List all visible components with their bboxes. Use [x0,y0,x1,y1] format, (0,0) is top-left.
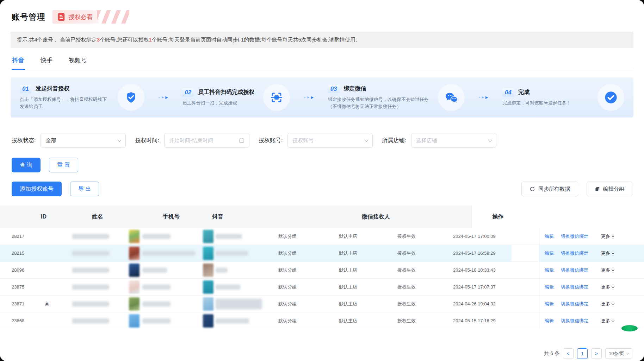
col-header-id: ID [41,205,47,228]
step-3-title: 绑定微信 [344,85,366,93]
col-header-douyin: 抖音 [212,205,223,228]
redacted-douyin-nickname [216,251,248,256]
floating-widget[interactable] [621,325,638,331]
circle-check-icon [597,84,624,111]
document-icon [57,13,65,21]
step-arrow-icon: ▶▶▶ [159,96,168,99]
switch-wechat-binding-link[interactable]: 切换微信绑定 [561,262,588,279]
chevron-down-icon [626,352,629,354]
edit-link[interactable]: 编辑 [545,296,554,312]
badge-label: 授权必看 [69,13,93,21]
next-page-button[interactable]: > [591,348,602,359]
switch-wechat-binding-link[interactable]: 切换微信绑定 [561,312,588,329]
page-number-1[interactable]: 1 [577,348,588,359]
filter-account-placeholder: 授权账号 [292,137,314,144]
filter-time-range-input[interactable]: 开始时间-结束时间 [164,133,249,148]
tip-bound-count: 3 [97,37,100,43]
more-dropdown[interactable]: 更多 [601,279,614,296]
tab-douyin[interactable]: 抖音 [12,53,25,70]
reset-button[interactable]: 重 置 [49,158,78,172]
page-header: 账号管理 授权必看 [0,0,644,25]
redacted-douyin-nickname [216,318,249,323]
more-dropdown[interactable]: 更多 [601,296,614,312]
prev-page-button[interactable]: < [563,348,574,359]
redacted-name [72,268,109,273]
query-button[interactable]: 查 询 [12,158,41,172]
avatar [129,247,140,260]
more-dropdown[interactable]: 更多 [601,262,614,279]
row-id: 23871 [12,296,24,312]
page-size-select[interactable]: 10条/页 [605,348,632,359]
refresh-icon [530,186,535,192]
step-1-description: 点击「添加授权账号」，将抖音授权码线下发送给员工 [20,96,111,110]
quota-tip-bar: 提示:共4个账号， 当前已授权绑定3个账号,您还可以授权1个账号;每天登录当前页… [11,32,633,48]
avatar [203,314,213,328]
col-header-actions: 操作 [492,205,503,228]
filter-status-select[interactable]: 全部 [41,133,126,148]
avatar [203,230,213,243]
shop-cell: 默认主店 [339,245,357,262]
add-authorized-account-button[interactable]: 添加授权账号 [12,182,62,196]
avatar [129,280,140,294]
edit-link[interactable]: 编辑 [545,279,554,296]
table-row: 28217 默认分组 默认主店 授权生效 2024-05-17 17:00:09… [0,228,644,245]
switch-wechat-binding-link[interactable]: 切换微信绑定 [561,296,588,312]
avatar [203,264,213,277]
tab-shipinhao[interactable]: 视频号 [68,53,87,70]
chevron-down-icon [612,251,614,254]
status-cell: 授权生效 [397,296,416,312]
step-3-description: 绑定接收任务通知的微信号，以确保不会错过任务（不绑微信号将无法正常接收任务） [328,96,431,110]
edit-group-button[interactable]: 编辑分组 [587,182,632,196]
switch-wechat-binding-link[interactable]: 切换微信绑定 [561,228,588,245]
row-id: 28215 [12,245,24,262]
step-1-title: 发起抖音授权 [36,85,69,93]
edit-link[interactable]: 编辑 [545,312,554,329]
switch-wechat-binding-link[interactable]: 切换微信绑定 [561,279,588,296]
filter-shop-select[interactable]: 选择店铺 [411,133,496,148]
edit-link[interactable]: 编辑 [545,228,554,245]
row-id: 28217 [12,228,24,245]
badge-stripes-decoration [97,10,129,24]
platform-tabs: 抖音 快手 视频号 [11,53,633,70]
scan-icon [263,84,290,111]
col-header-wechat-receiver: 微信接收人 [362,205,390,228]
edit-link[interactable]: 编辑 [545,245,554,262]
avatar [203,280,213,294]
redacted-phone [142,251,195,256]
sync-all-data-button[interactable]: 同步所有数据 [521,182,578,196]
step-3-number: 03 [328,85,340,93]
more-dropdown[interactable]: 更多 [601,245,614,262]
shop-cell: 默认主店 [339,279,357,296]
chevron-down-icon [612,268,614,271]
chevron-down-icon [365,138,369,142]
step-4-description: 完成绑定，可对该账号发起任务！ [502,100,590,107]
accounts-table: ID 姓名 手机号 抖音 微信接收人 操作 28217 默认分组 默认主店 授权… [0,205,644,329]
switch-wechat-binding-link[interactable]: 切换微信绑定 [561,245,588,262]
authorization-steps-banner: 01 发起抖音授权 点击「添加授权账号」，将抖音授权码线下发送给员工 ▶▶▶ 0… [11,77,633,118]
status-cell: 授权生效 [397,228,416,245]
edit-link[interactable]: 编辑 [545,262,554,279]
redacted-phone [142,234,171,239]
step-2: 02 员工抖音扫码完成授权 员工抖音扫一扫，完成授权 [182,84,290,111]
chevron-down-icon [118,138,122,142]
account-management-page: 账号管理 授权必看 提示:共4个账号， 当前已授权绑定3个账号,您还可以授权1个… [0,0,644,361]
col-header-phone: 手机号 [163,205,180,228]
group-cell: 默认分组 [278,262,297,279]
step-4-number: 04 [502,88,514,97]
authorization-notice-badge[interactable]: 授权必看 [52,10,99,24]
redacted-douyin-nickname [216,268,228,273]
group-cell: 默认分组 [278,245,297,262]
table-row: 28215 默认分组 默认主店 授权生效 2024-05-17 16:59:29… [0,245,644,262]
avatar [129,264,140,277]
step-3: 03 绑定微信 绑定接收任务通知的微信号，以确保不会错过任务（不绑微信号将无法正… [328,84,465,111]
step-4-title: 完成 [518,89,530,96]
status-cell: 授权生效 [397,262,416,279]
copy-icon [595,186,600,192]
step-arrow-icon: ▶▶▶ [304,96,314,99]
more-dropdown[interactable]: 更多 [601,312,614,329]
more-dropdown[interactable]: 更多 [601,228,614,245]
filter-status-value: 全部 [45,137,56,144]
tab-kuaishou[interactable]: 快手 [40,53,53,70]
filter-account-select[interactable]: 授权账号 [287,133,373,148]
export-button[interactable]: 导 出 [70,182,99,196]
